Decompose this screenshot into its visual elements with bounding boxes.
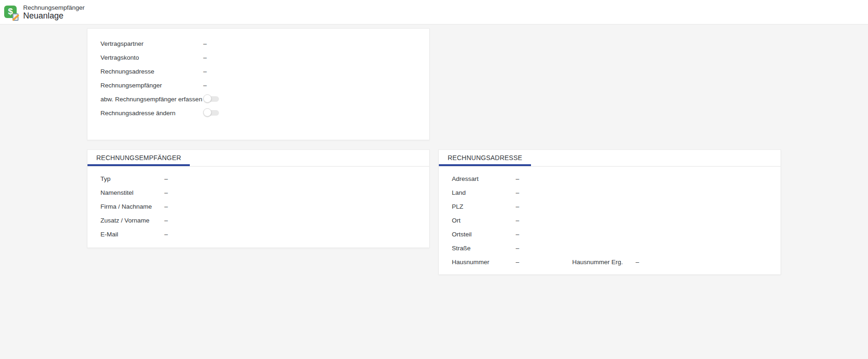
field-row: Vertragskonto– <box>87 50 429 64</box>
toggle-switch[interactable] <box>203 94 219 104</box>
field-row: Typ– <box>87 172 429 186</box>
field-value: – <box>203 54 207 61</box>
field-row: Vertragspartner– <box>87 37 429 50</box>
field-label: Land <box>452 189 516 196</box>
field-row: Ort– <box>439 213 781 227</box>
field-row: Hausnummer–Hausnummer Erg.– <box>439 255 781 269</box>
toggle-switch[interactable] <box>203 108 219 118</box>
page-title: Neuanlage <box>23 12 85 20</box>
header-titles: Rechnungsempfänger Neuanlage <box>23 4 85 20</box>
field-label: Typ <box>100 175 164 182</box>
recipient-fields: Typ–Namenstitel–Firma / Nachname–Zusatz … <box>87 172 429 241</box>
field-row: Zusatz / Vorname– <box>87 213 429 227</box>
field-value: – <box>164 189 168 196</box>
field-row: PLZ– <box>439 199 781 213</box>
address-card-title: RECHNUNGSADRESSE <box>439 150 531 166</box>
field-value: – <box>164 203 168 210</box>
app-header: $ Rechnungsempfänger Neuanlage <box>0 0 868 25</box>
field-value: – <box>516 245 519 252</box>
field-label: Rechnungsempfänger <box>100 82 203 89</box>
field-label: Namenstitel <box>100 189 164 196</box>
field-label: Hausnummer Erg. <box>572 259 636 266</box>
field-row: Firma / Nachname– <box>87 199 429 213</box>
field-value: – <box>164 217 168 224</box>
field-value: – <box>203 68 207 75</box>
summary-card: Vertragspartner–Vertragskonto– Rechnungs… <box>87 28 430 140</box>
field-row: Rechnungsempfänger– <box>87 78 429 92</box>
field-value: – <box>516 203 519 210</box>
field-label: Hausnummer <box>452 259 516 266</box>
invoice-fields: Rechnungsadresse–Rechnungsempfänger– <box>87 64 429 92</box>
field-label: Vertragskonto <box>100 54 203 61</box>
field-value: – <box>516 189 519 196</box>
field-label: Adressart <box>452 175 516 182</box>
recipient-card: RECHNUNGSEMPFÄNGER Typ–Namenstitel–Firma… <box>87 149 430 248</box>
field-label: Ortsteil <box>452 231 516 238</box>
toggle-row: Rechnungsadresse ändern <box>87 106 429 120</box>
field-row: Namenstitel– <box>87 186 429 199</box>
field-label: Straße <box>452 245 516 252</box>
recipient-card-title: RECHNUNGSEMPFÄNGER <box>87 150 190 166</box>
field-label: Ort <box>452 217 516 224</box>
toggle-row: abw. Rechnungsempfänger erfassen <box>87 92 429 106</box>
field-label: PLZ <box>452 203 516 210</box>
field-label: Firma / Nachname <box>100 203 164 210</box>
field-row: Adressart– <box>439 172 781 186</box>
toggle-label: abw. Rechnungsempfänger erfassen <box>100 96 203 103</box>
field-row: Straße– <box>439 241 781 255</box>
field-label: E-Mail <box>100 231 164 238</box>
toggle-fields: abw. Rechnungsempfänger erfassenRechnung… <box>87 92 429 120</box>
field-label: Rechnungsadresse <box>100 68 203 75</box>
field-value: – <box>164 175 168 182</box>
contract-fields: Vertragspartner–Vertragskonto– <box>87 37 429 64</box>
toggle-label: Rechnungsadresse ändern <box>100 110 203 117</box>
field-value: – <box>516 217 519 224</box>
field-label: Vertragspartner <box>100 40 203 47</box>
field-row: Rechnungsadresse– <box>87 64 429 78</box>
field-value: – <box>516 259 572 266</box>
toggle-knob <box>203 108 212 117</box>
field-value: – <box>203 40 207 47</box>
field-row: Ortsteil– <box>439 227 781 241</box>
field-value: – <box>516 175 519 182</box>
field-value: – <box>203 82 207 89</box>
address-card: RECHNUNGSADRESSE Adressart–Land–PLZ–Ort–… <box>438 149 781 275</box>
invoice-recipient-edit-icon: $ <box>4 5 19 19</box>
field-row: Land– <box>439 186 781 199</box>
field-value: – <box>164 231 168 238</box>
field-value: – <box>516 231 519 238</box>
app-title: Rechnungsempfänger <box>23 4 85 12</box>
toggle-knob <box>203 94 212 103</box>
address-card-tabstrip: RECHNUNGSADRESSE <box>439 150 781 167</box>
recipient-card-tabstrip: RECHNUNGSEMPFÄNGER <box>87 150 429 167</box>
address-fields: Adressart–Land–PLZ–Ort–Ortsteil–Straße–H… <box>439 172 781 269</box>
field-row: E-Mail– <box>87 227 429 241</box>
field-value: – <box>636 259 639 266</box>
field-label: Zusatz / Vorname <box>100 217 164 224</box>
